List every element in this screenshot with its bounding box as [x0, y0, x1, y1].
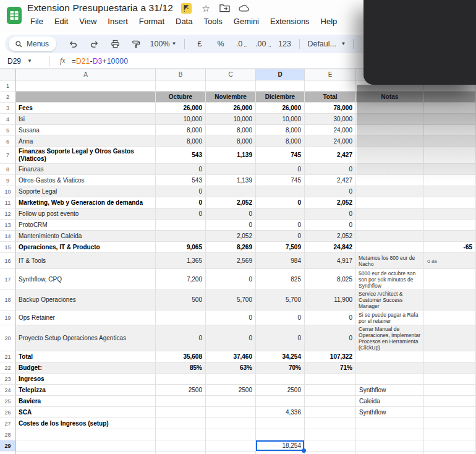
menu-edit[interactable]: Edit — [50, 15, 72, 27]
cell-B29[interactable] — [156, 440, 206, 452]
cell-A24[interactable]: Telepizza — [16, 385, 156, 396]
cell-G15[interactable]: -65 — [424, 242, 476, 253]
cell-E2[interactable]: Total — [305, 92, 356, 103]
row-header-12[interactable]: 12 — [0, 208, 16, 220]
cell-G8[interactable] — [424, 164, 476, 175]
cell-C12[interactable]: 0 — [206, 208, 256, 220]
cell-E4[interactable]: 30,000 — [305, 114, 356, 125]
cell-F3[interactable] — [356, 103, 424, 114]
cell-C30[interactable] — [206, 452, 256, 454]
cell-F18[interactable]: Service Architect & Customer Success Man… — [356, 290, 424, 311]
cell-B30[interactable] — [156, 452, 206, 454]
cloud-status-icon[interactable] — [239, 2, 250, 14]
cell-G4[interactable] — [424, 114, 476, 125]
cell-B23[interactable] — [156, 374, 206, 385]
cell-A29[interactable] — [16, 440, 156, 452]
cell-E28[interactable] — [305, 429, 356, 440]
cell-A23[interactable]: Ingresos — [16, 374, 156, 385]
cell-E9[interactable]: 2,427 — [305, 175, 356, 186]
cell-A20[interactable]: Proyecto Setup Operaciones Agenticas — [16, 325, 156, 351]
cell-D3[interactable]: 26,000 — [256, 103, 305, 114]
cell-G13[interactable] — [424, 220, 476, 231]
cell-F25[interactable]: Caleida — [356, 396, 424, 407]
row-header-28[interactable]: 28 — [0, 429, 16, 440]
cell-G24[interactable] — [424, 385, 476, 396]
cell-C17[interactable]: 0 — [206, 269, 256, 290]
cell-B11[interactable]: 0 — [156, 197, 206, 208]
cell-E22[interactable]: 71% — [305, 362, 356, 374]
cell-B26[interactable] — [156, 407, 206, 418]
row-header-21[interactable]: 21 — [0, 351, 16, 362]
cell-B27[interactable] — [156, 418, 206, 429]
row-header-3[interactable]: 3 — [0, 103, 16, 114]
cell-D29[interactable]: 18,254 — [256, 440, 305, 452]
cell-F23[interactable] — [356, 374, 424, 385]
name-box[interactable]: D29 ▼ — [7, 57, 46, 66]
cell-D19[interactable]: 0 — [256, 311, 305, 325]
cell-B14[interactable] — [156, 231, 206, 242]
cell-G23[interactable] — [424, 374, 476, 385]
cell-D30[interactable] — [256, 452, 305, 454]
cell-E10[interactable]: 0 — [305, 186, 356, 197]
row-header-29[interactable]: 29 — [0, 440, 16, 452]
cell-D25[interactable] — [256, 396, 305, 407]
cell-A9[interactable]: Otros-Gastos & Viaticos — [16, 175, 156, 186]
menus-search-button[interactable]: Menus — [9, 36, 56, 51]
cell-C16[interactable]: 2,569 — [206, 253, 256, 269]
menu-tools[interactable]: Tools — [199, 15, 226, 27]
row-header-17[interactable]: 17 — [0, 269, 16, 290]
cell-F4[interactable] — [356, 114, 424, 125]
cell-B25[interactable] — [156, 396, 206, 407]
row-header-7[interactable]: 7 — [0, 147, 16, 164]
cell-A10[interactable]: Soporte Legal — [16, 186, 156, 197]
row-header-2[interactable]: 2 — [0, 92, 16, 103]
cell-A28[interactable] — [16, 429, 156, 440]
cell-A19[interactable]: Ops Retainer — [16, 311, 156, 325]
cell-B7[interactable]: 543 — [156, 147, 206, 164]
cell-B22[interactable]: 85% — [156, 362, 206, 374]
cell-E24[interactable] — [305, 385, 356, 396]
cell-A16[interactable]: IT & Tools — [16, 253, 156, 269]
cell-C13[interactable]: 0 — [206, 220, 256, 231]
number-format-button[interactable]: 123 — [275, 36, 294, 51]
cell-F11[interactable] — [356, 197, 424, 208]
cell-F12[interactable] — [356, 208, 424, 220]
cell-F10[interactable] — [356, 186, 424, 197]
cell-A18[interactable]: Backup Operaciones — [16, 290, 156, 311]
cell-E20[interactable]: 0 — [305, 325, 356, 351]
cell-E1[interactable] — [305, 80, 356, 92]
col-header-C[interactable]: C — [206, 69, 256, 80]
row-header-18[interactable]: 18 — [0, 290, 16, 311]
menu-data[interactable]: Data — [171, 15, 197, 27]
cell-A5[interactable]: Susana — [16, 125, 156, 136]
cell-E30[interactable] — [305, 452, 356, 454]
cell-F21[interactable] — [356, 351, 424, 362]
cell-G29[interactable] — [424, 440, 476, 452]
cell-G12[interactable] — [424, 208, 476, 220]
cell-B1[interactable] — [156, 80, 206, 92]
cell-A6[interactable]: Anna — [16, 136, 156, 147]
cell-E27[interactable] — [305, 418, 356, 429]
cell-D13[interactable]: 0 — [256, 220, 305, 231]
cell-E14[interactable]: 2,052 — [305, 231, 356, 242]
row-header-4[interactable]: 4 — [0, 114, 16, 125]
cell-C10[interactable] — [206, 186, 256, 197]
cell-B2[interactable]: Octubre — [156, 92, 206, 103]
cell-F16[interactable]: Metamos los 800 eur de Nacho — [356, 253, 424, 269]
cell-C3[interactable]: 26,000 — [206, 103, 256, 114]
cell-F13[interactable] — [356, 220, 424, 231]
cell-D2[interactable]: Diciembre — [256, 92, 305, 103]
row-header-14[interactable]: 14 — [0, 231, 16, 242]
col-header-B[interactable]: B — [156, 69, 206, 80]
cell-D20[interactable]: 0 — [256, 325, 305, 351]
cell-B20[interactable]: 0 — [156, 325, 206, 351]
row-header-9[interactable]: 9 — [0, 175, 16, 186]
cell-G28[interactable] — [424, 429, 476, 440]
cell-A27[interactable]: Costes de los Ingresos (setup) — [16, 418, 156, 429]
cell-D14[interactable]: 0 — [256, 231, 305, 242]
cell-D22[interactable]: 70% — [256, 362, 305, 374]
cell-A4[interactable]: Isi — [16, 114, 156, 125]
cell-A26[interactable]: SCA — [16, 407, 156, 418]
row-header-6[interactable]: 6 — [0, 136, 16, 147]
cell-G2[interactable] — [424, 92, 476, 103]
